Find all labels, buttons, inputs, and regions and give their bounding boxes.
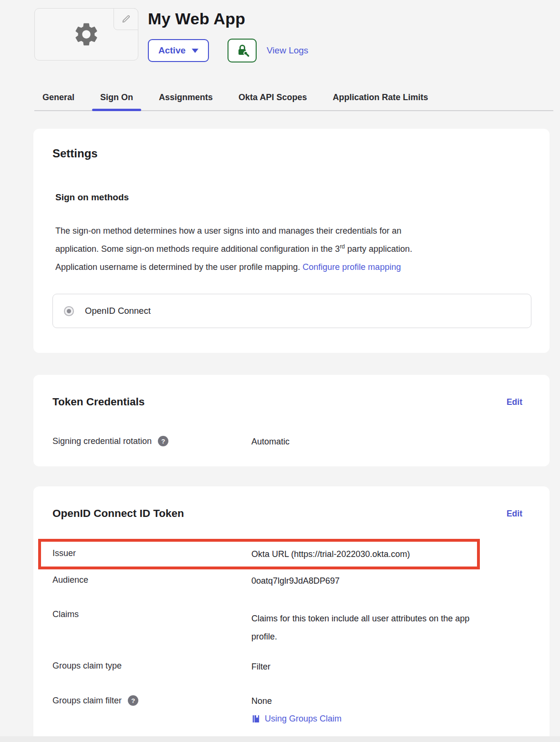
- description-line-2: application. Some sign-on methods requir…: [55, 244, 340, 254]
- cutoff-content-strip: [0, 736, 560, 742]
- username-mapping-sentence: Application username is determined by th…: [55, 262, 300, 272]
- tab-assignments[interactable]: Assignments: [151, 88, 221, 110]
- app-logo-box: [34, 8, 138, 61]
- id-token-header: OpenID Connect ID Token Edit: [33, 486, 550, 520]
- tab-sign-on[interactable]: Sign On: [92, 88, 141, 110]
- configure-profile-mapping-link[interactable]: Configure profile mapping: [302, 262, 401, 272]
- groups-claim-filter-label: Groups claim filter: [52, 696, 122, 706]
- row-label: Groups claim filter: [52, 695, 251, 706]
- using-groups-claim-label: Using Groups Claim: [265, 713, 342, 724]
- groups-claim-type-value: Filter: [251, 661, 270, 672]
- help-icon[interactable]: [128, 695, 138, 706]
- issuer-label: Issuer: [52, 548, 251, 558]
- claims-value-line-1: Claims for this token include all user a…: [251, 614, 469, 623]
- page-title: My Web App: [148, 10, 245, 28]
- ordinal-superscript: rd: [340, 243, 345, 250]
- audience-value: 0oatq7lglr9JdA8DP697: [251, 575, 340, 587]
- token-credentials-header: Token Credentials Edit: [33, 375, 550, 408]
- using-groups-claim-link[interactable]: Using Groups Claim: [251, 713, 342, 724]
- token-credentials-heading: Token Credentials: [52, 396, 145, 408]
- tab-application-rate-limits[interactable]: Application Rate Limits: [324, 88, 436, 110]
- claims-label: Claims: [52, 609, 251, 619]
- audience-label: Audience: [52, 575, 251, 585]
- edit-id-token-link[interactable]: Edit: [507, 509, 522, 519]
- token-credentials-card: Token Credentials Edit Signing credentia…: [33, 375, 550, 466]
- settings-heading: Settings: [52, 147, 98, 160]
- description-line-2-tail: party application.: [345, 244, 412, 254]
- signing-credential-rotation-value: Automatic: [251, 436, 290, 447]
- chevron-down-icon: [192, 49, 198, 53]
- settings-card: Settings Sign on methods The sign-on met…: [33, 129, 550, 353]
- groups-claim-type-label: Groups claim type: [52, 661, 251, 671]
- edit-logo-button[interactable]: [114, 8, 138, 30]
- issuer-value: Okta URL (https://trial-2022030.okta.com…: [251, 548, 410, 560]
- view-logs-link[interactable]: View Logs: [267, 45, 308, 56]
- audience-row: Audience 0oatq7lglr9JdA8DP697: [52, 575, 530, 587]
- groups-claim-type-row: Groups claim type Filter: [52, 661, 530, 672]
- claims-value: Claims for this token include all user a…: [251, 609, 469, 646]
- gear-icon: [73, 21, 100, 48]
- row-label: Signing credential rotation: [52, 436, 251, 446]
- claims-value-line-2: profile.: [251, 632, 277, 641]
- groups-claim-filter-row: Groups claim filter None Using Groups Cl…: [52, 695, 530, 724]
- sign-on-method-label: OpenID Connect: [85, 306, 151, 316]
- lock-key-icon: [235, 43, 249, 58]
- signing-credential-rotation-row: Signing credential rotation Automatic: [52, 436, 530, 447]
- header-actions: Active View Logs: [148, 39, 308, 62]
- edit-token-credentials-link[interactable]: Edit: [507, 397, 522, 407]
- tab-general[interactable]: General: [34, 88, 83, 110]
- help-icon[interactable]: [158, 436, 168, 446]
- issuer-row: Issuer Okta URL (https://trial-2022030.o…: [52, 548, 530, 560]
- claims-row: Claims Claims for this token include all…: [52, 609, 530, 646]
- book-icon: [251, 714, 260, 723]
- radio-selected-icon[interactable]: [64, 306, 74, 316]
- groups-claim-filter-value-block: None Using Groups Claim: [251, 695, 342, 724]
- okta-app-sign-on-page: My Web App Active View Logs General Sign…: [0, 0, 560, 742]
- sign-on-method-option-openid[interactable]: OpenID Connect: [52, 294, 531, 328]
- tab-bar: General Sign On Assignments Okta API Sco…: [34, 88, 553, 111]
- description-line-1: The sign-on method determines how a user…: [55, 226, 401, 236]
- id-token-heading: OpenID Connect ID Token: [52, 507, 184, 520]
- id-token-card: OpenID Connect ID Token Edit Issuer Okta…: [33, 486, 550, 742]
- lock-button[interactable]: [228, 39, 257, 62]
- signing-credential-rotation-label: Signing credential rotation: [52, 436, 152, 446]
- status-dropdown-button[interactable]: Active: [148, 39, 209, 62]
- username-mapping-text: Application username is determined by th…: [55, 262, 513, 272]
- pencil-icon: [121, 14, 131, 24]
- sign-on-description: The sign-on method determines how a user…: [55, 223, 513, 257]
- sign-on-methods-heading: Sign on methods: [55, 192, 129, 203]
- status-label: Active: [158, 45, 186, 56]
- groups-claim-filter-value: None: [251, 696, 272, 706]
- tab-okta-api-scopes[interactable]: Okta API Scopes: [230, 88, 315, 110]
